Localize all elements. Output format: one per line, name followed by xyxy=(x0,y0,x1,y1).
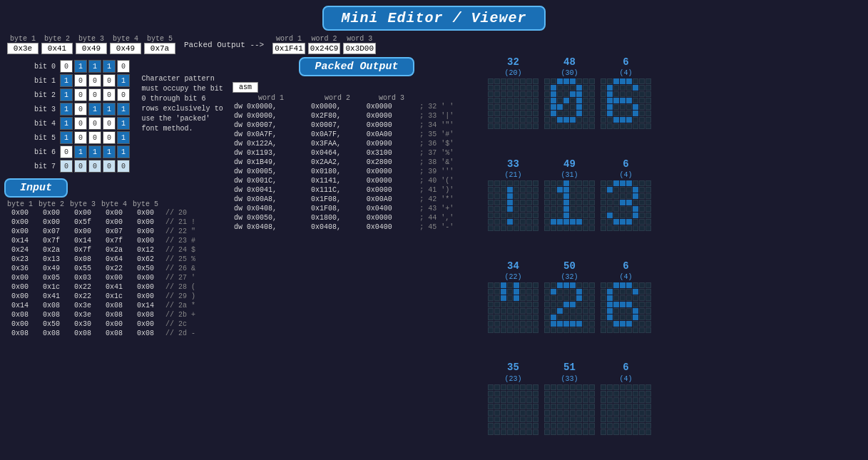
bracket-svg xyxy=(134,73,136,155)
pixel xyxy=(544,85,550,91)
pixel xyxy=(507,416,513,422)
bit-cell-2-4: 0 xyxy=(117,88,130,101)
pixel xyxy=(544,123,550,129)
pixel xyxy=(620,111,626,116)
input-cell: 0x7f xyxy=(98,236,130,245)
pixel xyxy=(551,410,556,416)
pixel xyxy=(626,384,632,390)
pixel xyxy=(514,295,519,301)
output-cell: 0x2F80, xyxy=(310,111,365,121)
pixel xyxy=(544,308,550,314)
pixel xyxy=(563,282,569,288)
pixel xyxy=(514,391,519,397)
pixel xyxy=(645,213,651,218)
pixel xyxy=(601,180,606,186)
output-row: dw 0x0041,0x111C,0x0000; 41 ')' xyxy=(233,185,481,195)
word-outputs-group: word 1 0x1F41 word 2 0x24C9 word 3 0x3D0… xyxy=(272,35,376,54)
pixel xyxy=(551,315,556,320)
asm-tab[interactable]: asm xyxy=(233,82,481,94)
pixel xyxy=(576,308,582,314)
pixel xyxy=(563,91,569,97)
output-cell: 0x00A0 xyxy=(365,195,418,204)
pixel xyxy=(563,187,569,193)
pixel xyxy=(507,289,513,295)
output-cell: 0x111C, xyxy=(310,185,365,195)
char-preview-1-0: 33(21) xyxy=(488,159,538,231)
pixel xyxy=(514,200,519,205)
pixel xyxy=(544,429,550,435)
pixel xyxy=(501,104,506,110)
pixel xyxy=(633,225,638,231)
pixel xyxy=(633,85,638,91)
output-cell: 0x0007, xyxy=(310,121,365,130)
bit-cell-4-4: 1 xyxy=(117,117,130,130)
pixel xyxy=(576,200,582,205)
pixel xyxy=(514,219,519,225)
pixel xyxy=(551,397,556,403)
bit-row-1: bit 110001 xyxy=(33,74,130,87)
input-cell: 0x00 xyxy=(4,208,36,218)
pixel xyxy=(488,327,494,333)
output-cell: 0x2800 xyxy=(365,158,418,167)
pixel xyxy=(526,391,532,397)
pixel xyxy=(639,180,645,186)
char-label: 34 xyxy=(507,261,519,272)
pixel xyxy=(639,117,645,123)
pixel xyxy=(620,187,626,193)
input-cell: 0x00 xyxy=(36,208,67,218)
pixel xyxy=(576,78,582,84)
pixel xyxy=(526,404,532,409)
pixel xyxy=(551,200,556,205)
pixel xyxy=(557,327,563,333)
pixel xyxy=(583,104,588,110)
pixel xyxy=(626,123,632,129)
pixel xyxy=(514,282,519,288)
bit-cell-4-1: 0 xyxy=(74,117,87,130)
pixel xyxy=(570,91,576,97)
input-row: 0x080x080x080x080x08// 2d - xyxy=(4,329,198,338)
pixel xyxy=(620,98,626,103)
pixel xyxy=(620,404,626,409)
pixel xyxy=(494,327,500,333)
pixel xyxy=(544,225,550,231)
pixel xyxy=(533,104,538,110)
pixel xyxy=(639,85,645,91)
pixel xyxy=(645,85,651,91)
pixel xyxy=(607,123,613,129)
pixel xyxy=(520,193,526,199)
pixel xyxy=(533,302,538,307)
pixel xyxy=(626,111,632,116)
pixel xyxy=(544,117,550,123)
pixel xyxy=(551,206,556,212)
input-cell: 0x08 xyxy=(130,310,161,320)
pixel xyxy=(570,302,576,307)
pixel xyxy=(633,295,638,301)
pixel xyxy=(557,225,563,231)
pixel xyxy=(607,219,613,225)
pixel xyxy=(544,213,550,218)
pixel xyxy=(494,308,500,314)
pixel xyxy=(501,200,506,205)
pixel xyxy=(544,91,550,97)
pixel xyxy=(613,404,619,409)
pixel xyxy=(607,213,613,218)
pixel xyxy=(613,429,619,435)
pixel xyxy=(557,391,563,397)
pixel xyxy=(488,104,494,110)
pixel xyxy=(570,180,576,186)
input-row: 0x230x130x080x640x62// 25 % xyxy=(4,255,198,264)
pixel xyxy=(557,289,563,295)
output-cell: dw 0x122A, xyxy=(233,139,310,148)
pixel xyxy=(501,289,506,295)
pixel xyxy=(620,282,626,288)
pixel xyxy=(583,295,588,301)
pixel xyxy=(507,308,513,314)
header-area: Mini Editor / Viewer xyxy=(0,0,868,34)
pixel xyxy=(583,308,588,314)
pixel xyxy=(526,282,532,288)
pixel xyxy=(557,315,563,320)
pixel xyxy=(570,187,576,193)
input-cell: 0x00 xyxy=(130,320,161,329)
pixel xyxy=(613,213,619,218)
pixel xyxy=(601,423,606,429)
